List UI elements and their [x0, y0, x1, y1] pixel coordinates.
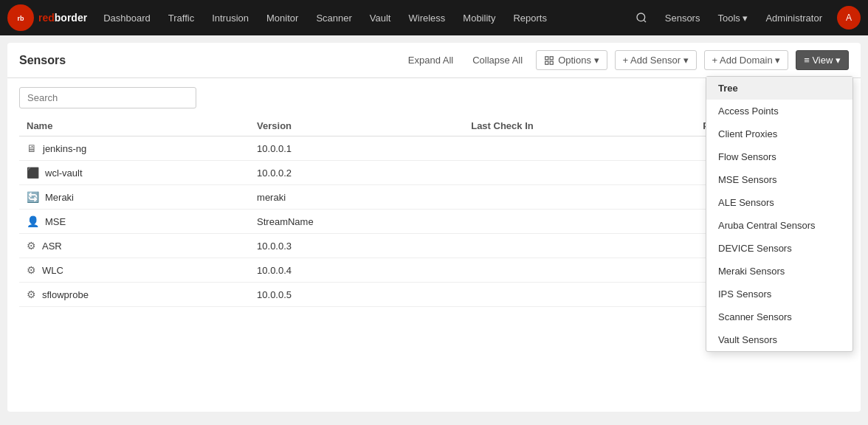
view-dropdown-item[interactable]: MSE Sensors [706, 168, 852, 191]
sensor-version: meraki [249, 185, 464, 210]
sensor-name: MSE [45, 216, 66, 227]
sensor-last-check-in [464, 258, 695, 283]
sensor-name: Meraki [45, 192, 74, 203]
sensor-version: 10.0.0.5 [249, 283, 464, 307]
search-nav-button[interactable] [627, 0, 656, 35]
add-domain-button[interactable]: + Add Domain ▾ [704, 50, 789, 70]
view-dropdown-item[interactable]: Vault Sensors [706, 328, 852, 351]
sensor-version: 10.0.0.4 [249, 258, 464, 283]
brand: rb redborder [7, 4, 87, 31]
nav-intrusion[interactable]: Intrusion [203, 0, 258, 35]
view-button[interactable]: ≡ View ▾ [796, 50, 849, 70]
main-content: Sensors Expand All Collapse All Options … [7, 43, 861, 412]
sensor-version: 10.0.0.2 [249, 161, 464, 185]
nav-administrator[interactable]: Administrator [757, 0, 831, 35]
nav-tools[interactable]: Tools ▾ [709, 0, 757, 35]
view-dropdown-item[interactable]: Client Proxies [706, 122, 852, 145]
sensor-version: StreamName [249, 210, 464, 234]
sensor-version: 10.0.0.3 [249, 234, 464, 258]
sensor-last-check-in [464, 161, 695, 185]
brand-logo: rb [7, 4, 34, 31]
svg-point-2 [637, 13, 645, 21]
nav-traffic[interactable]: Traffic [159, 0, 203, 35]
svg-text:rb: rb [18, 15, 25, 22]
brand-text: redborder [38, 12, 87, 24]
sensor-type-icon: 🖥 [27, 142, 37, 154]
view-dropdown-item[interactable]: Flow Sensors [706, 145, 852, 168]
view-dropdown-item[interactable]: IPS Sensors [706, 283, 852, 305]
expand-all-button[interactable]: Expand All [402, 52, 459, 69]
search-input[interactable] [19, 87, 196, 108]
user-avatar: A [837, 6, 861, 30]
view-dropdown-item[interactable]: ALE Sensors [706, 191, 852, 214]
sensor-name: sflowprobe [42, 289, 89, 300]
sensor-last-check-in [464, 283, 695, 307]
view-dropdown-item[interactable]: Access Points [706, 100, 852, 122]
sensor-type-icon: ⚙ [27, 264, 36, 276]
svg-rect-4 [545, 56, 548, 59]
nav-wireless[interactable]: Wireless [399, 0, 454, 35]
top-navbar: rb redborder Dashboard Traffic Intrusion… [0, 0, 868, 35]
sensors-header: Sensors Expand All Collapse All Options … [7, 43, 861, 78]
sensor-name: jenkins-ng [43, 143, 86, 154]
col-header-lastcheckin: Last Check In [464, 116, 695, 137]
options-button[interactable]: Options ▾ [536, 50, 607, 70]
collapse-all-button[interactable]: Collapse All [466, 52, 528, 69]
svg-line-3 [644, 20, 646, 22]
view-dropdown-item[interactable]: Aruba Central Sensors [706, 214, 852, 237]
add-sensor-button[interactable]: + Add Sensor ▾ [615, 50, 697, 70]
sensor-name: ASR [42, 241, 62, 252]
sensor-type-icon: 👤 [27, 215, 39, 227]
nav-mobility[interactable]: Mobility [454, 0, 504, 35]
col-header-version: Version [249, 116, 464, 137]
sensor-last-check-in [464, 210, 695, 234]
nav-dashboard[interactable]: Dashboard [94, 0, 159, 35]
view-dropdown-item[interactable]: Scanner Sensors [706, 305, 852, 328]
col-header-name: Name [19, 116, 249, 137]
sensor-type-icon: ⚙ [27, 288, 36, 300]
sensor-type-icon: 🔄 [27, 191, 39, 203]
nav-monitor[interactable]: Monitor [258, 0, 307, 35]
sensor-name: wcl-vault [45, 167, 83, 179]
options-icon [544, 55, 554, 66]
sensor-type-icon: ⚙ [27, 240, 36, 252]
page-title: Sensors [19, 54, 66, 67]
sensor-last-check-in [464, 234, 695, 258]
nav-scanner[interactable]: Scanner [307, 0, 360, 35]
view-dropdown-item[interactable]: Tree [706, 77, 852, 100]
sensor-version: 10.0.0.1 [249, 137, 464, 161]
nav-sensors[interactable]: Sensors [656, 0, 709, 35]
view-dropdown-item[interactable]: Meraki Sensors [706, 260, 852, 283]
view-dropdown-item[interactable]: DEVICE Sensors [706, 237, 852, 260]
sensor-last-check-in [464, 185, 695, 210]
sensor-name: WLC [42, 265, 63, 276]
navbar-right: Sensors Tools ▾ Administrator A [627, 0, 861, 35]
view-dropdown: TreeAccess PointsClient ProxiesFlow Sens… [706, 76, 853, 352]
svg-rect-5 [550, 56, 553, 59]
sensor-last-check-in [464, 137, 695, 161]
nav-reports[interactable]: Reports [504, 0, 556, 35]
sensor-type-icon: ⬛ [27, 167, 39, 179]
nav-vault[interactable]: Vault [361, 0, 400, 35]
svg-rect-6 [550, 61, 553, 64]
svg-rect-7 [545, 61, 548, 64]
